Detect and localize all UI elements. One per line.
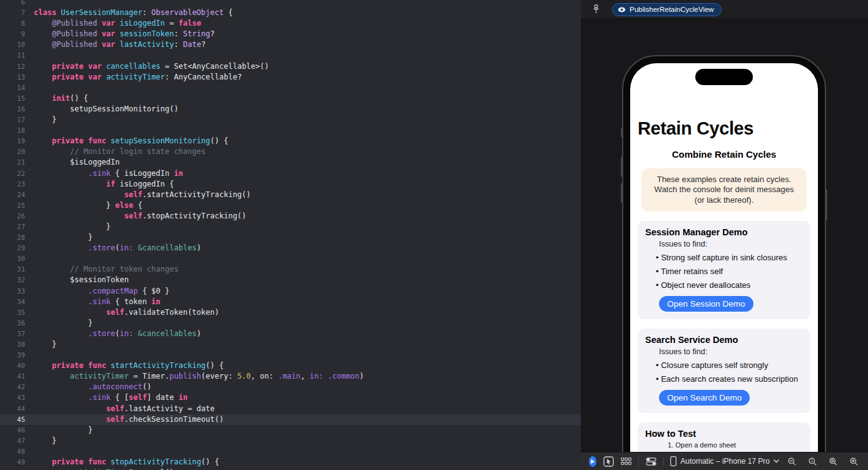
toolbar-divider [638,457,639,466]
code-text: .compactMap { $0 } [34,286,170,297]
line-number: 7 [0,8,25,18]
code-line[interactable]: 32 $sessionToken [0,275,581,285]
code-line[interactable]: 8 @Published var isLoggedIn = false [0,18,581,29]
code-line[interactable]: 40 private func startActivityTracking() … [0,360,581,371]
code-lines: 67class UserSessionManager: ObservableOb… [0,0,581,470]
code-line[interactable]: 31 // Monitor token changes [0,264,581,275]
code-line[interactable]: 17 } [0,115,581,125]
device-settings-button[interactable] [646,456,656,467]
line-number: 31 [0,264,25,275]
preview-toolbar: Automatic – iPhone 17 Pro 1 [581,452,868,470]
preview-tab[interactable]: PublisherRetainCycleView [612,3,722,16]
code-line[interactable]: 22 .sink { isLoggedIn in [0,168,581,179]
code-text: $sessionToken [34,275,129,285]
line-number: 23 [0,179,25,190]
code-line[interactable]: 44 self.lastActivity = date [0,404,581,414]
code-line[interactable]: 7class UserSessionManager: ObservableObj… [0,8,581,18]
zoom-out-button[interactable] [786,456,798,467]
zoom-100-button[interactable]: 1 [807,456,819,467]
code-line[interactable]: 42 .autoconnect() [0,382,581,392]
zoom-fit-icon [829,457,837,466]
preview-header: PublisherRetainCycleView [581,0,868,19]
code-text: setupSessionMonitoring() [34,104,178,115]
code-editor[interactable]: 67class UserSessionManager: ObservableOb… [0,0,581,470]
code-line[interactable]: 23 if isLoggedIn { [0,179,581,190]
zoom-controls: 1 [786,456,860,467]
code-text: // Monitor token changes [34,264,178,275]
code-line[interactable]: 39 [0,350,581,360]
code-line[interactable]: 9 @Published var sessionToken: String? [0,29,581,39]
power-button [825,189,827,220]
code-line[interactable]: 18 [0,125,581,136]
grid-icon [621,457,631,466]
code-line[interactable]: 50 activityTimer?.cancel() [0,467,581,470]
code-line[interactable]: 27 } [0,222,581,232]
code-text: activityTimer?.cancel() [34,467,174,470]
line-number: 34 [0,297,25,307]
code-line[interactable]: 43 .sink { [self] date in [0,392,581,403]
issue-bullet: Timer retains self [656,267,803,276]
line-number: 11 [0,50,25,61]
selectable-mode-button[interactable] [603,456,614,467]
info-banner: These examples create retain cycles. Wat… [641,168,807,212]
code-line[interactable]: 16 setupSessionMonitoring() [0,104,581,115]
open-session-demo-button[interactable]: Open Session Demo [659,296,753,312]
code-text: .sink { token in [34,297,160,307]
card-title: How to Test [645,429,803,439]
pin-icon [591,4,601,15]
action-button [621,128,623,137]
code-line[interactable]: 46 } [0,425,581,436]
code-line[interactable]: 26 self.stopActivityTracking() [0,211,581,222]
code-text: @Published var sessionToken: String? [34,29,215,39]
open-search-demo-button[interactable]: Open Search Demo [659,390,750,406]
live-preview-button[interactable] [589,456,596,467]
code-line[interactable]: 20 // Monitor login state changes [0,146,581,157]
line-number: 44 [0,404,25,414]
code-line[interactable]: 15 init() { [0,93,581,104]
code-line[interactable]: 29 .store(in: &cancellables) [0,243,581,253]
line-number: 33 [0,286,25,297]
zoom-in-button[interactable] [848,456,860,467]
code-text: private func setupSessionMonitoring() { [34,136,228,146]
zoom-fit-button[interactable] [827,456,839,467]
code-line[interactable]: 37 .store(in: &cancellables) [0,329,581,339]
line-number: 28 [0,232,25,243]
code-text: } [34,115,56,125]
code-line[interactable]: 34 .sink { token in [0,297,581,307]
code-line[interactable]: 13 private var activityTimer: AnyCancell… [0,72,581,83]
code-text: private var activityTimer: AnyCancellabl… [34,72,242,83]
pin-preview-button[interactable] [590,3,602,16]
code-line[interactable]: 35 self.validateToken(token) [0,307,581,318]
line-number: 50 [0,467,25,470]
code-text: private func startActivityTracking() { [34,360,223,371]
code-line[interactable]: 11 [0,50,581,61]
line-number: 13 [0,72,25,83]
code-line[interactable]: 19 private func setupSessionMonitoring()… [0,136,581,146]
code-line[interactable]: 30 [0,253,581,264]
code-line[interactable]: 21 $isLoggedIn [0,157,581,168]
code-line[interactable]: 45 self.checkSessionTimeout() [0,414,581,425]
code-line[interactable]: 12 private var cancellables = Set<AnyCan… [0,61,581,72]
code-line[interactable]: 48 [0,446,581,457]
preview-canvas: PublisherRetainCycleView Retain Cycles C… [581,0,868,470]
code-line[interactable]: 28 } [0,232,581,243]
code-line[interactable]: 47 } [0,436,581,446]
code-line[interactable]: 49 private func stopActivityTracking() { [0,457,581,467]
code-line[interactable]: 10 @Published var lastActivity: Date? [0,39,581,50]
line-number: 8 [0,18,25,29]
code-line[interactable]: 38 } [0,339,581,350]
line-number: 27 [0,222,25,232]
code-line[interactable]: 41 activityTimer = Timer.publish(every: … [0,371,581,382]
code-line[interactable]: 14 [0,83,581,93]
variants-mode-button[interactable] [621,456,631,467]
code-line[interactable]: 33 .compactMap { $0 } [0,286,581,297]
line-number: 6 [0,0,25,8]
code-line[interactable]: 6 [0,0,581,8]
code-line[interactable]: 36 } [0,318,581,329]
line-number: 14 [0,83,25,93]
code-line[interactable]: 24 self.startActivityTracking() [0,190,581,200]
code-text: self.checkSessionTimeout() [34,414,223,425]
card-title: Search Service Demo [645,335,803,345]
code-line[interactable]: 25 } else { [0,200,581,211]
device-picker[interactable]: Automatic – iPhone 17 Pro [670,456,779,466]
